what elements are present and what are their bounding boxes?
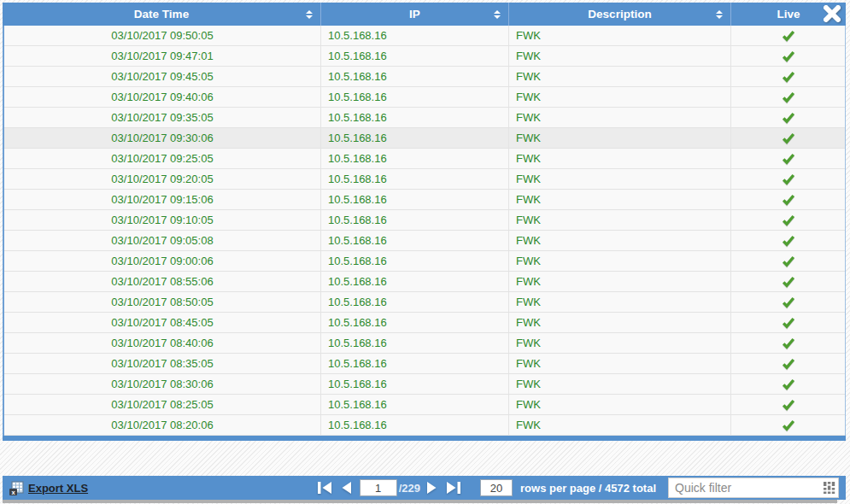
live-check-icon (782, 296, 795, 308)
last-page-icon (446, 482, 460, 494)
log-table-widget: Date TimeIPDescriptionLive 03/10/2017 09… (3, 3, 846, 503)
empty-area (3, 441, 846, 476)
ip-cell: 10.5.168.16 (320, 231, 508, 250)
datetime-cell: 03/10/2017 08:25:05 (4, 395, 320, 414)
live-check-icon (782, 276, 795, 288)
live-cell (730, 395, 845, 414)
live-cell (730, 231, 845, 250)
datetime-cell: 03/10/2017 08:30:06 (4, 374, 320, 394)
datetime-cell: 03/10/2017 08:50:05 (4, 292, 320, 312)
datetime-cell: 03/10/2017 09:40:06 (4, 87, 320, 107)
table-row[interactable]: 03/10/2017 08:30:0610.5.168.16FWK (4, 374, 845, 395)
live-check-icon (782, 173, 795, 185)
close-button[interactable] (819, 1, 845, 26)
live-cell (730, 374, 845, 394)
quick-filter-input[interactable] (668, 478, 839, 498)
table-row[interactable]: 03/10/2017 09:25:0510.5.168.16FWK (4, 149, 845, 169)
datetime-cell: 03/10/2017 09:47:01 (4, 46, 320, 66)
table-row[interactable]: 03/10/2017 09:50:0510.5.168.16FWK (4, 26, 845, 46)
description-cell: FWK (508, 26, 730, 45)
table-row[interactable]: 03/10/2017 09:30:0610.5.168.16FWK (4, 128, 845, 149)
rows-per-page-label: rows per page / 4572 total (520, 482, 656, 495)
ip-cell: 10.5.168.16 (320, 108, 508, 127)
next-page-button[interactable] (422, 482, 442, 494)
table-row[interactable]: 03/10/2017 08:20:0610.5.168.16FWK (4, 415, 845, 436)
ip-cell: 10.5.168.16 (320, 415, 508, 435)
description-cell: FWK (508, 149, 730, 168)
live-cell (730, 333, 845, 353)
description-cell: FWK (508, 313, 730, 332)
ip-cell: 10.5.168.16 (320, 46, 508, 66)
table-body: 03/10/2017 09:50:0510.5.168.16FWK03/10/2… (3, 26, 846, 436)
ip-cell: 10.5.168.16 (320, 87, 508, 107)
filter-columns-icon[interactable] (823, 482, 835, 494)
live-check-icon (782, 235, 795, 247)
ip-cell: 10.5.168.16 (320, 374, 508, 394)
datetime-cell: 03/10/2017 09:20:05 (4, 169, 320, 189)
ip-cell: 10.5.168.16 (320, 26, 508, 45)
live-cell (730, 87, 845, 107)
datetime-cell: 03/10/2017 09:00:06 (4, 251, 320, 271)
live-check-icon (782, 337, 795, 349)
sort-icon (716, 10, 723, 19)
sort-icon (494, 10, 501, 19)
ip-cell: 10.5.168.16 (320, 169, 508, 189)
live-check-icon (782, 194, 795, 206)
table-row[interactable]: 03/10/2017 09:35:0510.5.168.16FWK (4, 108, 845, 128)
description-cell: FWK (508, 108, 730, 127)
column-header-date-time[interactable]: Date Time (3, 3, 320, 26)
live-check-icon (782, 132, 795, 144)
live-check-icon (782, 153, 795, 165)
table-row[interactable]: 03/10/2017 08:50:0510.5.168.16FWK (4, 292, 845, 313)
description-cell: FWK (508, 374, 730, 394)
live-cell (730, 128, 845, 148)
live-check-icon (782, 358, 795, 370)
prev-page-icon (341, 482, 352, 494)
datetime-cell: 03/10/2017 09:25:05 (4, 149, 320, 168)
table-row[interactable]: 03/10/2017 09:20:0510.5.168.16FWK (4, 169, 845, 190)
ip-cell: 10.5.168.16 (320, 313, 508, 332)
table-row[interactable]: 03/10/2017 09:00:0610.5.168.16FWK (4, 251, 845, 272)
table-row[interactable]: 03/10/2017 09:47:0110.5.168.16FWK (4, 46, 845, 67)
table-row[interactable]: 03/10/2017 09:05:0810.5.168.16FWK (4, 231, 845, 251)
ip-cell: 10.5.168.16 (320, 251, 508, 271)
last-page-button[interactable] (442, 482, 465, 494)
export-xls-link[interactable]: x Export XLS (9, 481, 88, 495)
prev-page-button[interactable] (337, 482, 356, 494)
column-header-ip[interactable]: IP (320, 3, 508, 26)
live-check-icon (782, 317, 795, 329)
description-cell: FWK (508, 251, 730, 271)
description-cell: FWK (508, 67, 730, 86)
live-cell (730, 149, 845, 168)
page-number-input[interactable] (360, 479, 397, 496)
live-cell (730, 26, 845, 45)
table-row[interactable]: 03/10/2017 09:15:0610.5.168.16FWK (4, 190, 845, 210)
live-cell (730, 354, 845, 373)
description-cell: FWK (508, 292, 730, 312)
datetime-cell: 03/10/2017 08:20:06 (4, 415, 320, 435)
table-row[interactable]: 03/10/2017 08:55:0610.5.168.16FWK (4, 272, 845, 292)
datetime-cell: 03/10/2017 09:10:05 (4, 210, 320, 230)
ip-cell: 10.5.168.16 (320, 272, 508, 291)
live-cell (730, 272, 845, 291)
rows-per-page-input[interactable] (480, 479, 513, 496)
column-header-description[interactable]: Description (508, 3, 730, 26)
export-xls-label[interactable]: Export XLS (28, 482, 88, 495)
table-row[interactable]: 03/10/2017 08:25:0510.5.168.16FWK (4, 395, 845, 415)
live-check-icon (782, 112, 795, 124)
table-row[interactable]: 03/10/2017 09:40:0610.5.168.16FWK (4, 87, 845, 108)
first-page-button[interactable] (314, 482, 337, 494)
live-cell (730, 190, 845, 209)
table-row[interactable]: 03/10/2017 08:40:0610.5.168.16FWK (4, 333, 845, 354)
table-row[interactable]: 03/10/2017 09:10:0510.5.168.16FWK (4, 210, 845, 231)
column-header-label: Date Time (134, 8, 189, 21)
data-table: Date TimeIPDescriptionLive 03/10/2017 09… (3, 3, 846, 441)
live-cell (730, 292, 845, 312)
table-row[interactable]: 03/10/2017 08:35:0510.5.168.16FWK (4, 354, 845, 374)
table-row[interactable]: 03/10/2017 09:45:0510.5.168.16FWK (4, 67, 845, 87)
description-cell: FWK (508, 190, 730, 209)
widget-bottom-shadow (3, 500, 837, 503)
live-check-icon (782, 378, 795, 390)
table-row[interactable]: 03/10/2017 08:45:0510.5.168.16FWK (4, 313, 845, 333)
live-cell (730, 210, 845, 230)
